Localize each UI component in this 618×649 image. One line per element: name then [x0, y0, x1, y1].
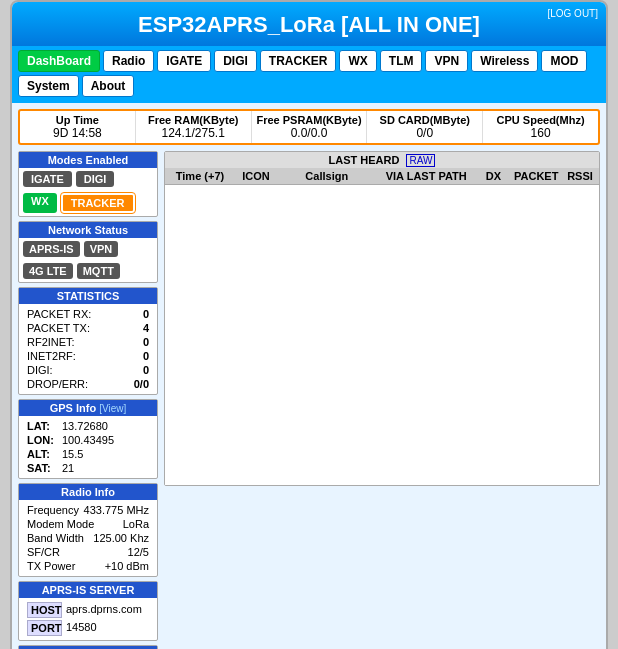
- network-row-1: APRS-IS VPN: [19, 238, 157, 260]
- logout-link[interactable]: [LOG OUT]: [547, 8, 598, 19]
- modes-row-2: WX TRACKER: [19, 190, 157, 216]
- radio-modem: Modem Mode LoRa: [23, 517, 153, 531]
- stat-inet2rf-value: 0: [143, 350, 149, 362]
- modes-row-1: IGATE DIGI: [19, 168, 157, 190]
- server-port-label: PORT: [27, 620, 62, 636]
- gps-alt-value: 15.5: [62, 448, 83, 460]
- modes-enabled-header: Modes Enabled: [19, 152, 157, 168]
- tab-tlm[interactable]: TLM: [380, 50, 423, 72]
- aprs-server-header: APRS-IS SERVER: [19, 582, 157, 598]
- tab-wireless[interactable]: Wireless: [471, 50, 538, 72]
- radio-sfcr-value: 12/5: [128, 546, 149, 558]
- col-header-time: Time (+7): [165, 168, 235, 184]
- uptime-value: 9D 14:58: [22, 126, 133, 140]
- stat-drop-err-label: DROP/ERR:: [27, 378, 88, 390]
- left-column: Modes Enabled IGATE DIGI WX TRACKER Netw…: [18, 151, 158, 649]
- server-port: PORT 14580: [23, 619, 153, 637]
- tab-vpn[interactable]: VPN: [425, 50, 468, 72]
- stat-digi-label: DIGI:: [27, 364, 53, 376]
- radio-modem-value: LoRa: [123, 518, 149, 530]
- stat-rf2inet-label: RF2INET:: [27, 336, 75, 348]
- radio-bandwidth-label: Band Width: [27, 532, 84, 544]
- content-area: Up Time 9D 14:58 Free RAM(KByte) 124.1/2…: [12, 103, 606, 649]
- free-psram-value: 0.0/0.0: [254, 126, 365, 140]
- gps-info-label: GPS Info: [50, 402, 96, 414]
- tab-mod[interactable]: MOD: [541, 50, 587, 72]
- gps-sat-value: 21: [62, 462, 74, 474]
- net-aprs-is[interactable]: APRS-IS: [23, 241, 80, 257]
- radio-frequency-value: 433.775 MHz: [84, 504, 149, 516]
- two-col-layout: Modes Enabled IGATE DIGI WX TRACKER Netw…: [18, 151, 600, 649]
- uptime-label: Up Time: [22, 114, 133, 126]
- radio-txpower: TX Power +10 dBm: [23, 559, 153, 573]
- gps-sat-label: SAT:: [27, 462, 62, 474]
- tab-dashboard[interactable]: DashBoard: [18, 50, 100, 72]
- header: ESP32APRS_LoRa [ALL IN ONE] [LOG OUT]: [12, 2, 606, 46]
- net-mqtt[interactable]: MQTT: [77, 263, 120, 279]
- stat-packet-rx-value: 0: [143, 308, 149, 320]
- gps-sat: SAT: 21: [23, 461, 153, 475]
- server-host-value: aprs.dprns.com: [62, 602, 146, 618]
- statistics-header: STATISTICS: [19, 288, 157, 304]
- radio-txpower-label: TX Power: [27, 560, 75, 572]
- free-ram-label: Free RAM(KByte): [138, 114, 249, 126]
- mode-igate[interactable]: IGATE: [23, 171, 72, 187]
- radio-txpower-value: +10 dBm: [105, 560, 149, 572]
- gps-info-box: GPS Info [View] LAT: 13.72680 LON: 100.4…: [18, 399, 158, 479]
- free-psram-cell: Free PSRAM(KByte) 0.0/0.0: [252, 111, 368, 143]
- radio-bandwidth-value: 125.00 Khz: [93, 532, 149, 544]
- last-heard-box: LAST HEARD RAW Time (+7) ICON Callsign V…: [164, 151, 600, 486]
- mode-tracker[interactable]: TRACKER: [61, 193, 135, 213]
- nav-bar: DashBoard Radio IGATE DIGI TRACKER WX TL…: [12, 46, 606, 103]
- gps-alt: ALT: 15.5: [23, 447, 153, 461]
- gps-view-link[interactable]: [View]: [99, 403, 126, 414]
- stat-digi-value: 0: [143, 364, 149, 376]
- last-heard-title: LAST HEARD: [329, 154, 400, 166]
- radio-sfcr-label: SF/CR: [27, 546, 60, 558]
- wifi-box: WiFi MODE STA SSID APRSTH RSSI -52 dBm: [18, 645, 158, 649]
- raw-badge[interactable]: RAW: [406, 154, 435, 167]
- aprs-server-box: APRS-IS SERVER HOST aprs.dprns.com PORT …: [18, 581, 158, 641]
- col-header-dx: DX: [476, 168, 511, 184]
- cpu-speed-cell: CPU Speed(Mhz) 160: [483, 111, 598, 143]
- col-header-via: VIA LAST PATH: [377, 168, 477, 184]
- net-vpn[interactable]: VPN: [84, 241, 119, 257]
- col-header-rssi: RSSI: [561, 168, 599, 184]
- tab-tracker[interactable]: TRACKER: [260, 50, 337, 72]
- radio-bandwidth: Band Width 125.00 Khz: [23, 531, 153, 545]
- gps-info-header: GPS Info [View]: [19, 400, 157, 416]
- uptime-cell: Up Time 9D 14:58: [20, 111, 136, 143]
- statistics-box: STATISTICS PACKET RX: 0 PACKET TX: 4 RF2…: [18, 287, 158, 395]
- server-host: HOST aprs.dprns.com: [23, 601, 153, 619]
- aprs-server-content: HOST aprs.dprns.com PORT 14580: [19, 598, 157, 640]
- col-header-callsign: Callsign: [277, 168, 377, 184]
- tab-igate[interactable]: IGATE: [157, 50, 211, 72]
- network-status-header: Network Status: [19, 222, 157, 238]
- tab-about[interactable]: About: [82, 75, 135, 97]
- sd-card-label: SD CARD(MByte): [369, 114, 480, 126]
- free-psram-label: Free PSRAM(KByte): [254, 114, 365, 126]
- tab-radio[interactable]: Radio: [103, 50, 154, 72]
- mode-wx[interactable]: WX: [23, 193, 57, 213]
- modes-enabled-box: Modes Enabled IGATE DIGI WX TRACKER: [18, 151, 158, 217]
- stat-rf2inet: RF2INET: 0: [23, 335, 153, 349]
- radio-modem-label: Modem Mode: [27, 518, 94, 530]
- last-heard-body: [165, 185, 599, 485]
- stat-drop-err-value: 0/0: [134, 378, 149, 390]
- gps-lat-label: LAT:: [27, 420, 62, 432]
- radio-sfcr: SF/CR 12/5: [23, 545, 153, 559]
- tab-system[interactable]: System: [18, 75, 79, 97]
- sd-card-value: 0/0: [369, 126, 480, 140]
- tab-wx[interactable]: WX: [339, 50, 376, 72]
- mode-digi[interactable]: DIGI: [76, 171, 115, 187]
- app-title: ESP32APRS_LoRa [ALL IN ONE]: [138, 12, 480, 37]
- net-4g-lte[interactable]: 4G LTE: [23, 263, 73, 279]
- statistics-content: PACKET RX: 0 PACKET TX: 4 RF2INET: 0 I: [19, 304, 157, 394]
- tab-digi[interactable]: DIGI: [214, 50, 257, 72]
- stat-inet2rf-label: INET2RF:: [27, 350, 76, 362]
- stat-packet-tx-label: PACKET TX:: [27, 322, 90, 334]
- gps-alt-label: ALT:: [27, 448, 62, 460]
- radio-frequency: Frequency 433.775 MHz: [23, 503, 153, 517]
- network-status-box: Network Status APRS-IS VPN 4G LTE MQTT: [18, 221, 158, 283]
- cpu-speed-value: 160: [485, 126, 596, 140]
